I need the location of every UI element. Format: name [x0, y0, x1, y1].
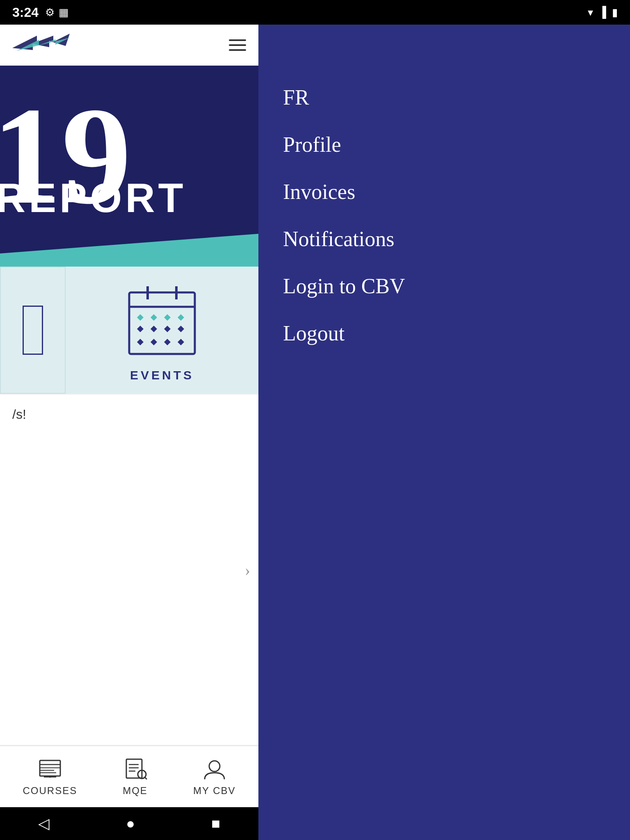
sidebar-item-login-to-cbv[interactable]: Login to CBV [283, 262, 605, 310]
hero-dot-2[interactable] [132, 249, 142, 258]
card-placeholder-inner [23, 306, 43, 355]
svg-rect-25 [126, 759, 142, 778]
nav-item-courses[interactable]: COURSES [23, 757, 78, 797]
hamburger-line-2 [229, 44, 246, 46]
svg-marker-16 [164, 339, 171, 345]
card-placeholder[interactable] [0, 267, 66, 394]
svg-marker-12 [164, 326, 171, 332]
svg-marker-13 [178, 326, 184, 332]
sidebar-item-logout[interactable]: Logout [283, 310, 605, 357]
settings-icon: ⚙ [45, 6, 55, 19]
sim-icon: ▦ [59, 6, 69, 19]
hamburger-line-3 [229, 49, 246, 51]
android-nav: ◁ ● ■ [0, 807, 258, 840]
status-icons: ⚙ ▦ [45, 6, 69, 19]
hamburger-line-1 [229, 39, 246, 41]
android-home-button[interactable]: ● [126, 815, 135, 832]
hero-dots [117, 249, 142, 258]
cards-section: EVENTS [0, 267, 258, 394]
android-recents-button[interactable]: ■ [211, 815, 220, 832]
hamburger-button[interactable] [229, 39, 246, 51]
hero-dot-1[interactable] [117, 249, 126, 258]
sidebar-item-invoices[interactable]: Invoices [283, 168, 605, 215]
svg-marker-17 [178, 339, 184, 345]
svg-marker-6 [137, 314, 144, 321]
nav-label-my-cbv: MY CBV [193, 785, 236, 797]
card-events[interactable]: EVENTS [66, 267, 258, 394]
svg-marker-8 [164, 314, 171, 321]
status-bar: 3:24 ⚙ ▦ ▾ ▐ ▮ [0, 0, 630, 25]
text-snippet: /s! [12, 407, 26, 422]
sidebar-item-profile[interactable]: Profile [283, 121, 605, 168]
calendar-icon [121, 278, 203, 360]
status-bar-right: ▾ ▐ ▮ [588, 6, 618, 19]
courses-icon [38, 757, 62, 782]
svg-marker-9 [178, 314, 184, 321]
svg-point-31 [209, 761, 220, 772]
logo-svg [12, 34, 70, 56]
mqe-icon [123, 757, 148, 782]
content-area: /s! › [0, 395, 258, 745]
bottom-nav: COURSES MQE MY CBV [0, 746, 258, 807]
signal-icon: ▐ [599, 6, 606, 18]
main-content: 19 REPORT [0, 25, 258, 840]
my-cbv-icon [202, 757, 227, 782]
wifi-icon: ▾ [588, 6, 593, 19]
nav-label-mqe: MQE [123, 785, 148, 797]
battery-icon: ▮ [612, 6, 618, 19]
nav-label-courses: COURSES [23, 785, 78, 797]
svg-marker-7 [151, 314, 157, 321]
svg-marker-10 [137, 326, 144, 332]
arrow-right-icon[interactable]: › [245, 560, 250, 580]
svg-marker-11 [151, 326, 157, 332]
events-label: EVENTS [130, 368, 194, 382]
hero-report-text: REPORT [0, 174, 187, 221]
svg-line-30 [145, 777, 147, 779]
svg-rect-2 [129, 292, 195, 354]
sidebar-menu: FR Profile Invoices Notifications Login … [258, 25, 630, 840]
status-time: 3:24 [12, 5, 39, 20]
app-container: 19 REPORT [0, 25, 630, 840]
sidebar-item-notifications[interactable]: Notifications [283, 215, 605, 262]
nav-item-my-cbv[interactable]: MY CBV [193, 757, 236, 797]
android-back-button[interactable]: ◁ [38, 815, 50, 832]
svg-marker-14 [137, 339, 144, 345]
status-bar-left: 3:24 ⚙ ▦ [12, 5, 69, 20]
hero-banner: 19 REPORT [0, 66, 258, 267]
nav-item-mqe[interactable]: MQE [123, 757, 148, 797]
logo-container [12, 34, 70, 56]
header [0, 25, 258, 66]
svg-marker-15 [151, 339, 157, 345]
sidebar-item-fr[interactable]: FR [283, 74, 605, 121]
